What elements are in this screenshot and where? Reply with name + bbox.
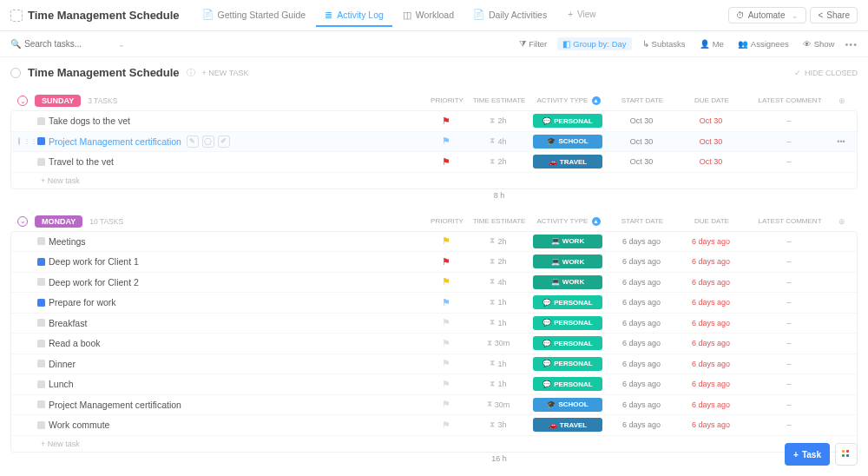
cell-priority[interactable]: ⚑ — [424, 420, 468, 431]
tag-icon[interactable]: ◯ — [202, 136, 214, 148]
cell-due-date[interactable]: 6 days ago — [676, 298, 746, 307]
col-priority[interactable]: PRIORITY — [425, 217, 469, 226]
status-box[interactable] — [37, 340, 45, 347]
status-box[interactable] — [37, 137, 45, 145]
activity-type-pill[interactable]: 🎓SCHOOL — [533, 398, 602, 412]
cell-latest-comment[interactable]: – — [746, 237, 832, 246]
me-button[interactable]: 👤Me — [696, 37, 727, 50]
add-view-button[interactable]: + View — [559, 4, 604, 26]
cell-activity-type[interactable]: 💬PERSONAL — [529, 357, 607, 371]
cell-due-date[interactable]: Oct 30 — [676, 137, 746, 146]
cell-priority[interactable]: ⚑ — [424, 338, 468, 349]
cell-priority[interactable]: ⚑ — [424, 276, 468, 288]
task-row[interactable]: Meetings ⚑ ⧗2h 💻WORK 6 days ago 6 days a… — [11, 232, 857, 253]
view-tab-getting-started-guide[interactable]: 📄Getting Started Guide — [194, 3, 315, 27]
group-collapse-icon[interactable]: ⌄ — [17, 216, 28, 227]
activity-type-pill[interactable]: 💬PERSONAL — [533, 336, 602, 350]
activity-type-pill[interactable]: 🎓SCHOOL — [533, 135, 602, 149]
cell-time-estimate[interactable]: ⧗30m — [468, 339, 529, 348]
edit-icon[interactable]: ✐ — [218, 136, 230, 148]
cell-due-date[interactable]: Oct 30 — [676, 157, 746, 166]
task-row[interactable]: Deep work for Client 2 ⚑ ⧗4h 💻WORK 6 day… — [11, 273, 857, 294]
activity-type-pill[interactable]: 💬PERSONAL — [533, 377, 602, 391]
cell-due-date[interactable]: 6 days ago — [676, 257, 746, 266]
cell-start-date[interactable]: 6 days ago — [607, 360, 676, 368]
drag-handle-icon[interactable]: ⋮⋮ — [23, 137, 37, 145]
cell-start-date[interactable]: 6 days ago — [607, 420, 676, 429]
cell-time-estimate[interactable]: ⧗2h — [468, 157, 529, 167]
cell-latest-comment[interactable]: – — [746, 400, 832, 409]
rename-icon[interactable]: ✎ — [187, 136, 199, 148]
cell-due-date[interactable]: 6 days ago — [676, 319, 746, 327]
cell-latest-comment[interactable]: – — [746, 278, 832, 287]
col-latest-comment[interactable]: LATEST COMMENT — [746, 96, 833, 105]
cell-latest-comment[interactable]: – — [746, 420, 832, 429]
task-name[interactable]: Work commute — [45, 420, 424, 430]
task-row[interactable]: Read a book ⚑ ⧗30m 💬PERSONAL 6 days ago … — [11, 334, 857, 354]
cell-start-date[interactable]: 6 days ago — [607, 400, 676, 409]
cell-activity-type[interactable]: 💻WORK — [529, 255, 607, 268]
col-due-date[interactable]: DUE DATE — [677, 96, 746, 105]
row-more-icon[interactable]: ••• — [837, 137, 845, 146]
automate-button[interactable]: ⏱ Automate ⌄ — [728, 7, 807, 23]
activity-type-pill[interactable]: 💻WORK — [533, 275, 602, 289]
cell-activity-type[interactable]: 🎓SCHOOL — [529, 135, 607, 149]
cell-priority[interactable]: ⚑ — [424, 297, 468, 308]
day-badge[interactable]: MONDAY — [35, 215, 82, 228]
task-row[interactable]: Travel to the vet ⚑ ⧗2h 🚗TRAVEL Oct 30 O… — [11, 152, 857, 173]
task-name[interactable]: Project Management certification — [45, 400, 424, 410]
cell-due-date[interactable]: 6 days ago — [676, 420, 746, 429]
view-tab-daily-activities[interactable]: 📄Daily Activities — [464, 3, 556, 27]
cell-start-date[interactable]: 6 days ago — [607, 339, 676, 347]
cell-due-date[interactable]: 6 days ago — [676, 380, 746, 388]
task-row[interactable]: Lunch ⚑ ⧗1h 💬PERSONAL 6 days ago 6 days … — [11, 374, 857, 395]
col-time-estimate[interactable]: TIME ESTIMATE — [469, 96, 529, 105]
task-row[interactable]: Dinner ⚑ ⧗1h 💬PERSONAL 6 days ago 6 days… — [11, 354, 857, 375]
priority-flag-icon[interactable]: ⚑ — [442, 358, 450, 368]
task-name[interactable]: Dinner — [45, 359, 424, 369]
cell-latest-comment[interactable]: – — [746, 157, 832, 166]
select-circle-icon[interactable] — [18, 137, 20, 145]
hide-closed-button[interactable]: ✓ HIDE CLOSED — [794, 69, 858, 77]
status-box[interactable] — [37, 117, 45, 125]
priority-flag-icon[interactable]: ⚑ — [442, 235, 450, 246]
cell-due-date[interactable]: Oct 30 — [676, 116, 746, 125]
cell-activity-type[interactable]: 💬PERSONAL — [529, 377, 607, 391]
cell-time-estimate[interactable]: ⧗2h — [468, 257, 529, 267]
cell-time-estimate[interactable]: ⧗1h — [468, 298, 529, 307]
task-name[interactable]: Lunch — [45, 379, 424, 389]
activity-type-pill[interactable]: 💬PERSONAL — [533, 295, 602, 309]
cell-activity-type[interactable]: 💬PERSONAL — [529, 295, 607, 309]
task-name[interactable]: Deep work for Client 1 — [45, 256, 424, 267]
cell-priority[interactable]: ⚑ — [424, 136, 468, 147]
activity-type-pill[interactable]: 🚗TRAVEL — [533, 155, 602, 169]
activity-type-pill[interactable]: 💬PERSONAL — [533, 316, 602, 330]
cell-start-date[interactable]: 6 days ago — [607, 319, 676, 327]
priority-flag-icon[interactable]: ⚑ — [442, 116, 450, 126]
priority-flag-icon[interactable]: ⚑ — [442, 297, 450, 307]
priority-flag-icon[interactable]: ⚑ — [442, 338, 450, 348]
priority-flag-icon[interactable]: ⚑ — [442, 156, 450, 167]
task-row[interactable]: ⋮⋮ Project Management certification✎◯✐ ⚑… — [11, 132, 857, 153]
cell-activity-type[interactable]: 💻WORK — [529, 275, 607, 289]
cell-start-date[interactable]: 6 days ago — [607, 257, 676, 266]
more-menu[interactable]: ••• — [845, 39, 858, 50]
status-box[interactable] — [37, 258, 45, 266]
view-tab-workload[interactable]: ◫Workload — [394, 4, 463, 27]
cell-priority[interactable]: ⚑ — [424, 358, 468, 369]
cell-activity-type[interactable]: 🎓SCHOOL — [529, 398, 607, 412]
cell-activity-type[interactable]: 💬PERSONAL — [529, 114, 607, 128]
task-name[interactable]: Deep work for Client 2 — [45, 277, 424, 288]
task-row[interactable]: Work commute ⚑ ⧗3h 🚗TRAVEL 6 days ago 6 … — [11, 415, 857, 436]
cell-priority[interactable]: ⚑ — [424, 399, 468, 410]
task-name[interactable]: Meetings — [45, 236, 424, 247]
task-row[interactable]: Prepare for work ⚑ ⧗1h 💬PERSONAL 6 days … — [11, 293, 857, 314]
task-row[interactable]: Breakfast ⚑ ⧗1h 💬PERSONAL 6 days ago 6 d… — [11, 314, 857, 334]
task-name[interactable]: Breakfast — [45, 318, 424, 328]
cell-time-estimate[interactable]: ⧗4h — [468, 136, 529, 146]
cell-latest-comment[interactable]: – — [746, 137, 832, 146]
group-by-button[interactable]: ◧Group by: Day — [557, 37, 631, 50]
status-box[interactable] — [37, 380, 45, 388]
subtasks-button[interactable]: ↳Subtasks — [639, 37, 689, 50]
filter-button[interactable]: ⧩Filter — [516, 37, 550, 51]
